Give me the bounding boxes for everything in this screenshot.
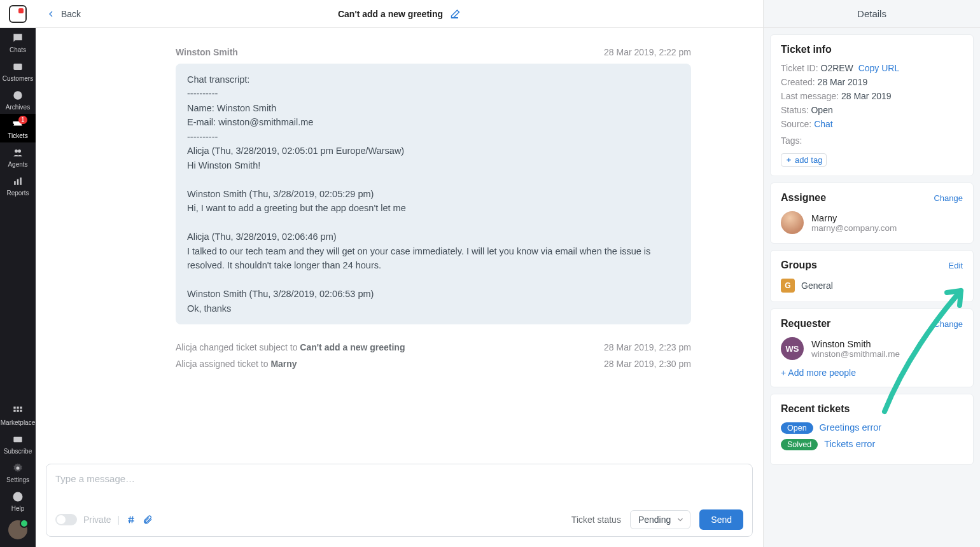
help-icon (11, 490, 24, 503)
transcript: Chat transcript:----------Name: Winston … (176, 64, 691, 324)
composer: Private | Ticket status Pending Send (46, 464, 753, 537)
people-icon (11, 146, 24, 159)
recent-tickets-card: Recent tickets OpenGreetings errorSolved… (770, 394, 974, 465)
requester-card: Change Requester WS Winston Smith winsto… (770, 308, 974, 387)
private-toggle[interactable] (55, 514, 77, 525)
lastmsg-label: Last message: (781, 91, 839, 101)
assignee-card: Change Assignee Marny marny@company.com (770, 183, 974, 244)
nav-chats[interactable]: Chats (0, 28, 36, 57)
nav-subscribe[interactable]: Subscribe (0, 429, 36, 458)
status-pill: Solved (781, 439, 818, 450)
svg-rect-8 (17, 406, 18, 408)
divider: | (118, 515, 120, 525)
assignee-email: marny@company.com (811, 223, 897, 233)
source-link[interactable]: Chat (814, 119, 833, 129)
clock-icon (11, 89, 24, 102)
svg-point-1 (13, 91, 22, 99)
ticket-id-label: Ticket ID: (781, 63, 818, 73)
recent-heading: Recent tickets (781, 403, 963, 415)
created-label: Created: (781, 77, 815, 87)
nav-marketplace[interactable]: Marketplace (0, 401, 36, 429)
svg-rect-4 (14, 181, 16, 185)
ticket-info-heading: Ticket info (781, 44, 963, 55)
nav-agents[interactable]: Agents (0, 142, 36, 171)
recent-ticket-row: SolvedTickets error (781, 439, 963, 450)
nav-label: Tickets (0, 132, 36, 139)
svg-rect-11 (17, 410, 18, 412)
copy-url-link[interactable]: Copy URL (858, 63, 900, 73)
add-people-link[interactable]: + Add more people (781, 368, 856, 378)
recent-ticket-row: OpenGreetings error (781, 422, 963, 434)
ticket-id-value: O2REW (821, 63, 853, 73)
requester-name: Winston Smith (811, 339, 900, 349)
message-sender: Winston Smith (176, 47, 238, 57)
status-pill: Open (781, 422, 813, 434)
assignee-name: Marny (811, 213, 897, 223)
svg-rect-9 (20, 406, 22, 408)
chart-icon (11, 175, 24, 188)
sidebar: Chats Customers Archives 1 Tickets Agent… (0, 0, 36, 547)
logo[interactable] (0, 0, 36, 28)
change-assignee-link[interactable]: Change (934, 193, 963, 203)
nav-label: Settings (0, 476, 36, 483)
details-panel: Details Ticket info Ticket ID: O2REW Cop… (764, 0, 980, 547)
created-value: 28 Mar 2019 (818, 77, 868, 87)
ticket-status-select[interactable]: Pending (630, 510, 690, 529)
main-panel: Back Can't add a new greeting Winston Sm… (36, 0, 764, 547)
recent-ticket-link[interactable]: Greetings error (820, 422, 882, 433)
private-label: Private (83, 515, 111, 525)
send-button[interactable]: Send (699, 509, 743, 530)
svg-rect-10 (13, 410, 15, 412)
plus-icon (785, 156, 792, 163)
svg-point-3 (18, 149, 21, 153)
groups-card: Edit Groups G General (770, 250, 974, 302)
gear-icon (11, 462, 24, 474)
nav-label: Help (0, 505, 36, 512)
requester-avatar: WS (781, 337, 804, 360)
svg-point-2 (15, 149, 18, 153)
tags-label: Tags: (781, 135, 802, 146)
recent-ticket-link[interactable]: Tickets error (824, 439, 875, 449)
grid-icon (11, 405, 24, 417)
message-input[interactable] (55, 473, 743, 502)
arrow-left-icon (46, 9, 56, 19)
svg-rect-6 (20, 177, 22, 185)
nav-label: Agents (0, 161, 36, 168)
back-label: Back (61, 9, 81, 19)
nav-label: Archives (0, 104, 36, 111)
ticket-status-value: Pending (638, 515, 671, 525)
svg-point-15 (13, 492, 23, 502)
nav-archives[interactable]: Archives (0, 85, 36, 114)
svg-rect-12 (20, 410, 22, 412)
chevron-down-icon (676, 515, 685, 524)
nav-settings[interactable]: Settings (0, 458, 36, 487)
nav-label: Customers (0, 75, 36, 82)
details-title: Details (764, 0, 980, 28)
edit-groups-link[interactable]: Edit (949, 261, 963, 270)
groups-heading: Groups (781, 260, 963, 271)
nav-tickets[interactable]: 1 Tickets (0, 114, 36, 142)
add-tag-button[interactable]: add tag (781, 153, 827, 167)
current-user-avatar[interactable] (8, 520, 27, 539)
chat-icon (11, 32, 24, 45)
group-badge: G (781, 279, 795, 293)
nav-customers[interactable]: Customers (0, 57, 36, 85)
svg-rect-5 (17, 179, 19, 185)
nav-help[interactable]: Help (0, 487, 36, 515)
nav-reports[interactable]: Reports (0, 171, 36, 200)
nav-label: Chats (0, 46, 36, 53)
paperclip-icon[interactable] (143, 515, 153, 525)
change-requester-link[interactable]: Change (934, 319, 963, 329)
nav-label: Subscribe (0, 448, 36, 455)
back-button[interactable]: Back (46, 9, 81, 19)
ticket-status-label: Ticket status (571, 515, 621, 525)
card-icon (11, 433, 24, 446)
edit-icon[interactable] (449, 8, 461, 20)
message-time: 28 Mar 2019, 2:22 pm (604, 47, 691, 57)
add-tag-label: add tag (795, 155, 822, 165)
assignee-avatar (781, 211, 804, 234)
badge-count: 1 (18, 116, 27, 124)
hash-icon[interactable] (126, 515, 136, 525)
nav-label: Marketplace (0, 419, 36, 426)
status-label: Status: (781, 105, 809, 115)
